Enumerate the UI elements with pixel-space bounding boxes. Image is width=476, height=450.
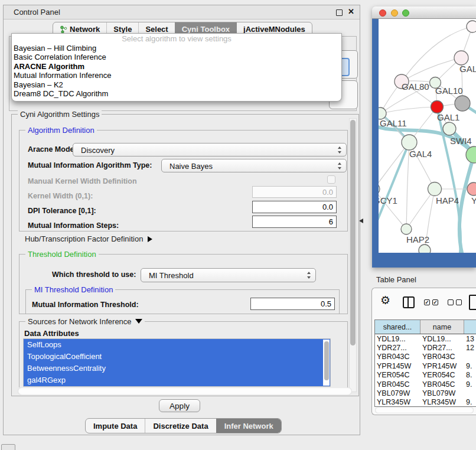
control-panel-titlebar[interactable]: Control Panel ✕	[4, 5, 360, 19]
table-cell: 9.	[464, 362, 476, 370]
network-edge[interactable]	[406, 189, 435, 229]
attribute-item-selfloops[interactable]: SelfLoops	[24, 339, 330, 351]
close-window-icon[interactable]: ✕	[348, 7, 354, 16]
table-panel-window: ⚙ ✓✓ shared...name YDL19...YDL19...13YDR…	[371, 288, 476, 415]
data-attributes-label: Data Attributes	[24, 329, 79, 338]
network-node-hap2[interactable]	[401, 224, 412, 234]
tab-discretize-data[interactable]: Discretize Data	[145, 419, 216, 433]
gear-icon[interactable]: ⚙	[380, 294, 390, 307]
table-cell: YPR145W	[420, 362, 464, 370]
list-scrollbar-thumb[interactable]	[324, 341, 329, 380]
network-node-unlabeled[interactable]	[467, 21, 476, 32]
table-row-ybl079w[interactable]: YBL079WYBL079W	[375, 389, 476, 397]
minimized-panel-button[interactable]	[1, 444, 15, 450]
table-row-ybr045c[interactable]: YBR045CYBR045C9.	[375, 380, 476, 389]
data-attributes-list[interactable]: SelfLoopsTopologicalCoefficientBetweenne…	[23, 338, 331, 387]
table-cell: YDR27...	[420, 344, 464, 352]
split-columns-icon[interactable]	[403, 296, 415, 308]
close-traffic-light[interactable]	[379, 9, 386, 17]
node-label-gal11: GAL11	[380, 118, 407, 128]
node-label-gal1: GAL1	[437, 112, 459, 122]
table-row-yer054c[interactable]: YER054CYER054C8.	[375, 371, 476, 380]
table-row-ypr145w[interactable]: YPR145WYPR145W9.	[375, 361, 476, 370]
network-node-swi4[interactable]	[443, 122, 456, 135]
expand-right-icon[interactable]	[148, 236, 152, 242]
table-cell: YBL079W	[375, 389, 420, 397]
which-threshold-combobox[interactable]: MI Threshold	[141, 268, 316, 282]
menu-item-mutual-information-inference[interactable]: Mutual Information Inference	[12, 71, 341, 80]
table-row-ydl19[interactable]: YDL19...YDL19...13	[375, 334, 476, 343]
mi-threshold-label: Mutual Information Threshold:	[32, 301, 139, 309]
manual-kernel-checkbox[interactable]	[327, 175, 335, 184]
page-icon[interactable]	[469, 295, 476, 310]
menu-item-bayesian-k2[interactable]: Bayesian – K2	[12, 80, 341, 89]
float-window-icon[interactable]	[336, 9, 343, 16]
threshold-definition-group: Threshold Definition Which threshold to …	[19, 254, 348, 314]
deselect-all-icon[interactable]	[448, 299, 462, 305]
menu-item-dream8-dc-tdc-algorithm[interactable]: Dream8 DC_TDC Algorithm	[12, 89, 341, 98]
mi-steps-field[interactable]	[252, 216, 337, 228]
menu-item-basic-correlation-inference[interactable]: Basic Correlation Inference	[12, 53, 341, 61]
mi-type-combobox[interactable]: Naive Bayes	[161, 159, 347, 172]
network-canvas[interactable]: GALGAL80GAL10GAL1SWI4GAL11GAL4GCY1HAP4YH…	[379, 19, 476, 253]
settings-scrollbar-thumb[interactable]	[350, 120, 356, 345]
network-node-hap4[interactable]	[428, 182, 442, 196]
table-horizontal-scrollbar[interactable]	[375, 407, 474, 413]
collapse-down-icon[interactable]	[135, 319, 142, 324]
settings-horizontal-scrollbar[interactable]	[18, 387, 352, 395]
settings-vertical-scrollbar[interactable]	[349, 118, 357, 392]
node-label-y: Y	[471, 195, 476, 206]
attribute-item-betweennesscentrality[interactable]: BetweennessCentrality	[24, 363, 330, 374]
table-row-ylr345w[interactable]: YLR345WYLR345W9.	[375, 398, 476, 407]
algorithm-definition-title: Algorithm Definition	[25, 126, 97, 135]
desktop: { "colors": { "selection_blue": "#3a6fd8…	[0, 0, 476, 450]
node-label-hap2: HAP2	[406, 234, 429, 244]
column-header-name[interactable]: name	[420, 320, 464, 334]
table-cell: YBL079W	[420, 389, 464, 397]
aracne-mode-combobox[interactable]: Discovery	[73, 143, 347, 156]
table-cell: YBR045C	[375, 380, 420, 389]
mouse-cursor	[359, 219, 363, 223]
table-row-ybr043c[interactable]: YBR043CYBR043C	[375, 353, 476, 361]
attribute-item-topologicalcoefficient[interactable]: TopologicalCoefficient	[24, 351, 330, 363]
table-cell: YER054C	[420, 371, 464, 379]
zoom-traffic-light[interactable]	[402, 9, 409, 17]
attribute-item-gal4rgexp[interactable]: gal4RGexp	[24, 374, 330, 386]
table-row-ydr27[interactable]: YDR27...YDR27...12	[375, 343, 476, 352]
network-node-unlabeled[interactable]	[455, 96, 470, 111]
network-window-titlebar[interactable]	[372, 6, 476, 19]
select-all-icon[interactable]: ✓✓	[424, 299, 438, 305]
network-edge[interactable]	[379, 142, 409, 231]
aracne-mode-value: Discovery	[81, 145, 115, 154]
minimize-traffic-light[interactable]	[391, 9, 398, 17]
network-node-gal[interactable]	[454, 51, 468, 65]
network-node-gal1[interactable]	[431, 101, 444, 113]
hub-definition-row[interactable]: Hub/Transcription Factor Definition	[25, 234, 152, 243]
network-node-gal4[interactable]	[402, 135, 417, 150]
which-threshold-label: Which threshold to use:	[52, 270, 136, 279]
mi-threshold-field[interactable]	[250, 298, 335, 310]
unchecked-box-icon	[456, 299, 462, 305]
network-node-y[interactable]	[467, 182, 476, 195]
column-header-shared[interactable]: shared...	[375, 320, 420, 334]
tab-label: Style	[113, 25, 132, 34]
mi-threshold-definition-group: MI Threshold Definition Mutual Informati…	[25, 289, 340, 314]
network-node-gcy1[interactable]	[379, 183, 380, 195]
column-header-partial[interactable]	[464, 320, 476, 334]
menu-item-aracne-algorithm[interactable]: ARACNE Algorithm	[12, 62, 341, 71]
dpi-tolerance-field[interactable]	[252, 201, 337, 213]
algorithm-definition-group: Algorithm Definition Aracne Mode: Discov…	[19, 130, 348, 231]
list-vertical-scrollbar[interactable]	[323, 340, 330, 386]
sources-title-row[interactable]: Sources for Network Inference	[25, 317, 145, 326]
table-cell: 8.	[464, 371, 476, 379]
apply-button[interactable]: Apply	[159, 399, 200, 412]
tab-impute-data[interactable]: Impute Data	[86, 419, 145, 433]
sources-title: Sources for Network Inference	[28, 317, 132, 326]
tab-infer-network[interactable]: Infer Network	[216, 419, 281, 433]
table-panel-title: Table Panel	[376, 275, 416, 284]
cyni-algorithm-settings-group: Cyni Algorithm Settings Algorithm Defini…	[11, 114, 359, 396]
stepper-arrows-icon	[338, 162, 342, 169]
kernel-width-field[interactable]	[252, 186, 337, 198]
menu-item-bayesian-hill-climbing[interactable]: Bayesian – Hill Climbing	[12, 44, 341, 53]
network-node-unlabeled[interactable]	[419, 244, 431, 253]
